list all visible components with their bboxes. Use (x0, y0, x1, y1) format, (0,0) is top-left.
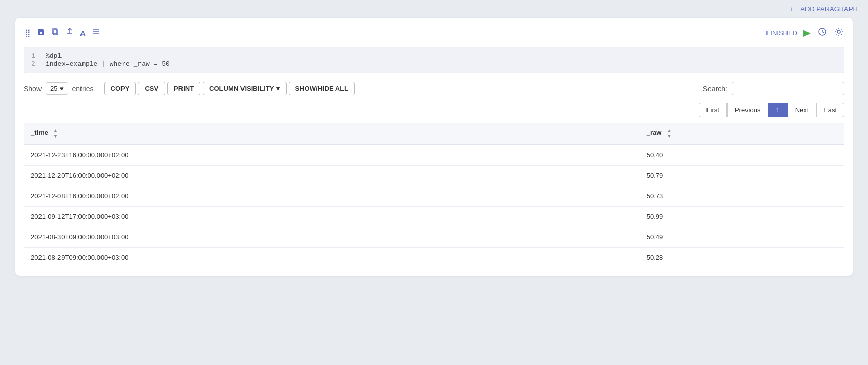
chevron-down-icon: ▾ (60, 85, 64, 92)
cell-raw: 50.73 (639, 186, 844, 207)
controls-row: Show 25 ▾ entries COPY CSV PRINT COLUMN … (24, 82, 844, 95)
settings-button[interactable] (833, 26, 844, 39)
code-line-2: 2 index=example | where _raw = 50 (31, 60, 837, 68)
toolbar: ⣿ A FINISHED ▶ (24, 26, 844, 39)
column-header-time[interactable]: _time ▲▼ (24, 123, 639, 145)
main-card: ⣿ A FINISHED ▶ (15, 18, 853, 276)
line-content-1: %dpl (46, 52, 62, 60)
table-row: 2021-12-20T16:00:00.000+02:0050.79 (24, 166, 844, 186)
svg-point-6 (837, 30, 840, 33)
csv-button[interactable]: CSV (138, 82, 165, 95)
cell-time: 2021-09-12T17:00:00.000+03:00 (24, 207, 639, 227)
controls-left: Show 25 ▾ entries COPY CSV PRINT COLUMN … (24, 82, 355, 95)
add-paragraph-button[interactable]: + + ADD PARAGRAPH (789, 5, 858, 13)
code-line-1: 1 %dpl (31, 52, 837, 60)
print-button[interactable]: PRINT (167, 82, 200, 95)
cell-raw: 50.79 (639, 166, 844, 186)
cell-raw: 50.99 (639, 207, 844, 227)
table-row: 2021-12-23T16:00:00.000+02:0050.40 (24, 145, 844, 166)
plus-icon: + (789, 5, 793, 13)
toolbar-right: FINISHED ▶ (766, 26, 844, 39)
action-buttons: COPY CSV PRINT COLUMN VISIBILITY ▾ SHOW/… (104, 82, 355, 95)
line-number-1: 1 (31, 52, 39, 60)
table-row: 2021-12-08T16:00:00.000+02:0050.73 (24, 186, 844, 207)
column-header-raw[interactable]: _raw ▲▼ (639, 123, 844, 145)
entries-select[interactable]: 25 ▾ (46, 82, 68, 95)
toolbar-left: ⣿ A (24, 27, 101, 39)
top-bar: + + ADD PARAGRAPH (0, 0, 868, 18)
line-content-2: index=example | where _raw = 50 (46, 60, 170, 68)
save-icon[interactable] (36, 27, 46, 39)
sort-icon-raw: ▲▼ (667, 128, 672, 139)
upload-icon[interactable] (65, 27, 75, 39)
data-table: _time ▲▼ _raw ▲▼ 2021-12-23T16:00:00.000… (24, 123, 844, 268)
cell-time: 2021-12-23T16:00:00.000+02:00 (24, 145, 639, 166)
cell-raw: 50.49 (639, 227, 844, 248)
clock-button[interactable] (817, 26, 828, 39)
cell-raw: 50.40 (639, 145, 844, 166)
dropdown-arrow-icon: ▾ (276, 85, 280, 92)
column-visibility-button[interactable]: COLUMN VISIBILITY ▾ (203, 82, 286, 95)
list-icon[interactable] (91, 27, 101, 39)
pagination: First Previous 1 Next Last (24, 103, 844, 117)
sort-icon-time: ▲▼ (53, 128, 58, 139)
cell-time: 2021-08-29T09:00:00.000+03:00 (24, 248, 639, 268)
table-header: _time ▲▼ _raw ▲▼ (24, 123, 844, 145)
show-label: Show (24, 85, 42, 93)
page-1-button[interactable]: 1 (768, 103, 787, 117)
controls-right: Search: (703, 82, 844, 95)
table-row: 2021-08-30T09:00:00.000+03:0050.49 (24, 227, 844, 248)
entries-label: entries (72, 85, 94, 93)
first-page-button[interactable]: First (699, 103, 727, 117)
next-page-button[interactable]: Next (788, 103, 817, 117)
cell-time: 2021-12-08T16:00:00.000+02:00 (24, 186, 639, 207)
entries-value: 25 (50, 85, 57, 92)
text-format-icon[interactable]: A (79, 28, 87, 38)
run-button[interactable]: ▶ (802, 26, 812, 39)
finished-label: FINISHED (766, 29, 797, 37)
line-number-2: 2 (31, 60, 39, 68)
search-label: Search: (703, 85, 728, 93)
table-row: 2021-09-12T17:00:00.000+03:0050.99 (24, 207, 844, 227)
previous-page-button[interactable]: Previous (727, 103, 769, 117)
cell-time: 2021-12-20T16:00:00.000+02:00 (24, 166, 639, 186)
show-hide-all-button[interactable]: SHOW/HIDE ALL (289, 82, 355, 95)
copy-icon[interactable] (50, 27, 60, 39)
copy-button[interactable]: COPY (104, 82, 136, 95)
cell-raw: 50.28 (639, 248, 844, 268)
table-body: 2021-12-23T16:00:00.000+02:0050.402021-1… (24, 145, 844, 268)
last-page-button[interactable]: Last (816, 103, 844, 117)
cell-time: 2021-08-30T09:00:00.000+03:00 (24, 227, 639, 248)
table-row: 2021-08-29T09:00:00.000+03:0050.28 (24, 248, 844, 268)
code-editor[interactable]: 1 %dpl 2 index=example | where _raw = 50 (24, 47, 844, 73)
move-icon[interactable]: ⣿ (24, 27, 32, 39)
search-input[interactable] (732, 82, 844, 95)
